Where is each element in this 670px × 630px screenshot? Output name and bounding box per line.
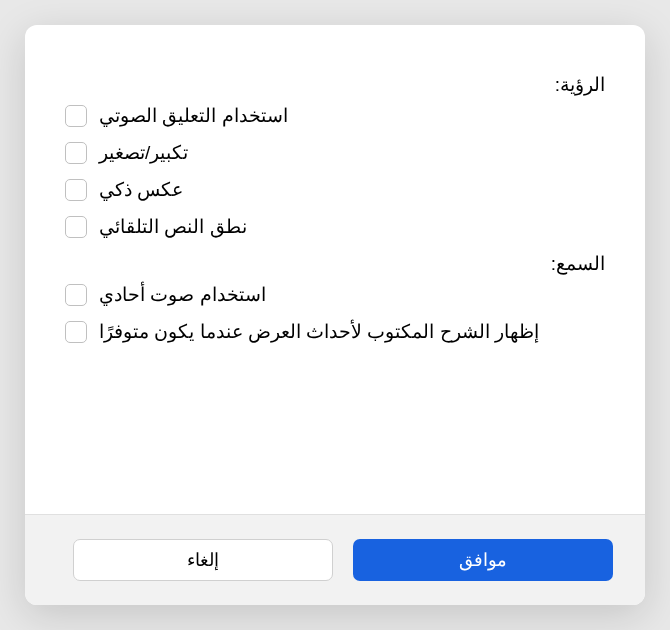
speak-auto-row: نطق النص التلقائي — [65, 215, 605, 238]
captions-checkbox[interactable] — [65, 321, 87, 343]
smart-invert-label[interactable]: عكس ذكي — [99, 178, 183, 201]
dialog-content: الرؤية: استخدام التعليق الصوتي تكبير/تصغ… — [25, 25, 645, 514]
mono-audio-label[interactable]: استخدام صوت أحادي — [99, 283, 266, 306]
mono-audio-row: استخدام صوت أحادي — [65, 283, 605, 306]
speak-auto-checkbox[interactable] — [65, 216, 87, 238]
voiceover-label[interactable]: استخدام التعليق الصوتي — [99, 104, 288, 127]
hearing-section-label: السمع: — [65, 252, 605, 275]
voiceover-row: استخدام التعليق الصوتي — [65, 104, 605, 127]
zoom-checkbox[interactable] — [65, 142, 87, 164]
smart-invert-row: عكس ذكي — [65, 178, 605, 201]
cancel-button[interactable]: إلغاء — [73, 539, 333, 581]
captions-row: إظهار الشرح المكتوب لأحداث العرض عندما ي… — [65, 320, 605, 343]
vision-section-label: الرؤية: — [65, 73, 605, 96]
zoom-row: تكبير/تصغير — [65, 141, 605, 164]
speak-auto-label[interactable]: نطق النص التلقائي — [99, 215, 247, 238]
dialog-footer: موافق إلغاء — [25, 514, 645, 605]
zoom-label[interactable]: تكبير/تصغير — [99, 141, 188, 164]
ok-button[interactable]: موافق — [353, 539, 613, 581]
mono-audio-checkbox[interactable] — [65, 284, 87, 306]
smart-invert-checkbox[interactable] — [65, 179, 87, 201]
accessibility-dialog: الرؤية: استخدام التعليق الصوتي تكبير/تصغ… — [25, 25, 645, 605]
voiceover-checkbox[interactable] — [65, 105, 87, 127]
captions-label[interactable]: إظهار الشرح المكتوب لأحداث العرض عندما ي… — [99, 320, 539, 343]
